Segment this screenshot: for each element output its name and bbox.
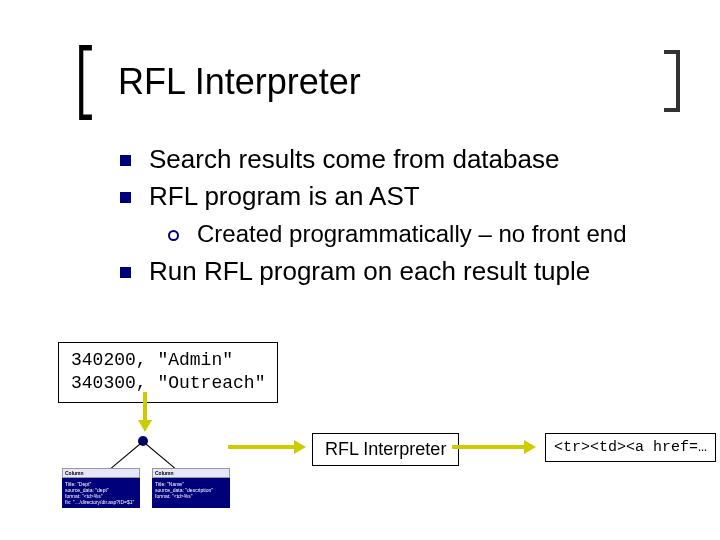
interpreter-box: RFL Interpreter — [312, 433, 459, 466]
bullet-text: RFL program is an AST — [149, 181, 420, 212]
bullet-text: Created programmatically – no front end — [197, 220, 627, 248]
node-header: Column — [152, 468, 230, 478]
square-bullet-icon — [120, 267, 131, 278]
right-bracket-icon — [664, 50, 680, 112]
sub-bullet-item: Created programmatically – no front end — [168, 220, 660, 248]
tuple-data-box: 340200, "Admin" 340300, "Outreach" — [58, 342, 278, 403]
bullet-item: Search results come from database — [120, 144, 660, 175]
output-code: <tr><td><a href=… — [554, 439, 707, 456]
title-row: [ RFL Interpreter — [60, 50, 660, 114]
bullet-item: RFL program is an AST — [120, 181, 660, 212]
arrow-right-icon — [228, 443, 306, 451]
square-bullet-icon — [120, 155, 131, 166]
output-code-box: <tr><td><a href=… — [545, 433, 716, 462]
ast-diagram: Column Title: "Dept" source_data: "dept"… — [56, 436, 232, 532]
bullet-list: Search results come from database RFL pr… — [120, 144, 660, 287]
bullet-text: Run RFL program on each result tuple — [149, 256, 590, 287]
node-body: Title: "Dept" source_data: "dept" format… — [62, 478, 140, 508]
node-body: Title: "Name" source_data: "description"… — [152, 478, 230, 508]
tree-node: Column Title: "Name" source_data: "descr… — [152, 468, 230, 508]
left-bracket-icon: [ — [70, 50, 99, 114]
tuple-row: 340200, "Admin" — [71, 349, 265, 372]
node-header: Column — [62, 468, 140, 478]
circle-bullet-icon — [168, 230, 179, 241]
square-bullet-icon — [120, 192, 131, 203]
tuple-row: 340300, "Outreach" — [71, 372, 265, 395]
slide-title: RFL Interpreter — [118, 61, 361, 103]
slide: [ RFL Interpreter Search results come fr… — [0, 0, 720, 540]
tree-node: Column Title: "Dept" source_data: "dept"… — [62, 468, 140, 508]
arrow-right-icon — [452, 443, 536, 451]
arrow-down-icon — [140, 392, 150, 434]
interpreter-label: RFL Interpreter — [325, 439, 446, 459]
bullet-item: Run RFL program on each result tuple — [120, 256, 660, 287]
bullet-text: Search results come from database — [149, 144, 559, 175]
